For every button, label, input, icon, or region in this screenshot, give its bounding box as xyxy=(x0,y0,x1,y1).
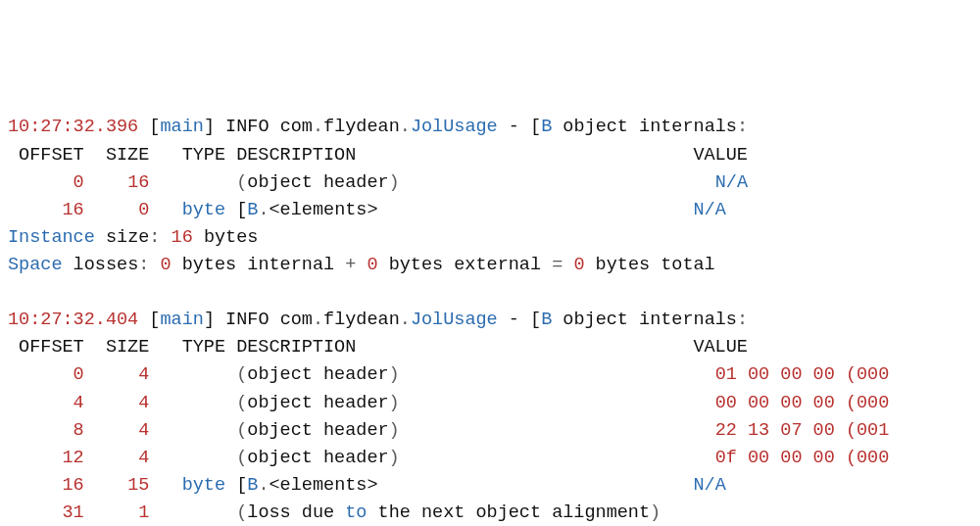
dot: . xyxy=(400,310,411,330)
offset: 16 xyxy=(8,475,84,496)
size: 16 xyxy=(84,172,150,193)
sp xyxy=(563,255,573,275)
paren: ( xyxy=(236,502,247,523)
logger-pkg: flydean xyxy=(323,310,400,330)
elem: <elements> xyxy=(270,200,378,220)
table-row: 31 1 (loss due to the next object alignm… xyxy=(8,502,661,523)
value: N/A xyxy=(694,200,726,220)
lbl: Instance xyxy=(8,227,95,248)
dot: . xyxy=(313,310,323,330)
desc: object header xyxy=(247,393,388,413)
lbl: Space xyxy=(8,255,63,275)
size: 4 xyxy=(84,364,150,385)
bracket: ] xyxy=(204,310,215,330)
table-row: 0 16 (object header) N/A xyxy=(8,172,748,193)
log-line: 10:27:32.404 [main] INFO com.flydean.Jol… xyxy=(8,310,748,330)
b: B xyxy=(247,475,258,496)
pad xyxy=(149,200,181,220)
size: 4 xyxy=(84,420,150,441)
table-row: 16 0 byte [B.<elements> N/A xyxy=(8,200,726,220)
log-output: 10:27:32.396 [main] INFO com.flydean.Jol… xyxy=(8,114,972,526)
size: 4 xyxy=(84,393,150,413)
paren: ) xyxy=(389,448,400,468)
num: 0 xyxy=(367,255,377,275)
pad xyxy=(378,200,694,220)
table-header: OFFSET SIZE TYPE DESCRIPTION VALUE xyxy=(8,145,748,166)
offset: 16 xyxy=(8,200,84,220)
dash: - [ xyxy=(498,117,541,137)
value: N/A xyxy=(694,475,726,496)
logger-pkg: com xyxy=(280,117,313,137)
paren: ) xyxy=(389,393,400,413)
table-row: 0 4 (object header) 01 00 00 00 (000 xyxy=(8,364,889,385)
table-row: 16 15 byte [B.<elements> N/A xyxy=(8,475,726,496)
pad xyxy=(400,172,715,193)
level: INFO xyxy=(225,310,269,330)
value: 0f 00 00 00 (000 xyxy=(715,448,890,468)
b: B xyxy=(541,310,552,330)
msg: object internals xyxy=(552,310,737,330)
bracket: [ xyxy=(149,310,160,330)
b: B xyxy=(541,117,552,137)
log-line: 10:27:32.396 [main] INFO com.flydean.Jol… xyxy=(8,117,748,137)
thread: main xyxy=(160,310,203,330)
size: 1 xyxy=(84,502,150,523)
pad xyxy=(400,393,715,413)
dash: - [ xyxy=(498,310,541,330)
size: 0 xyxy=(84,200,150,220)
paren: ( xyxy=(236,448,247,468)
type: byte xyxy=(182,200,225,220)
paren: ( xyxy=(236,364,247,385)
op: = xyxy=(552,255,563,275)
timestamp: 10:27:32.396 xyxy=(8,117,138,137)
num: 16 xyxy=(172,227,193,248)
gap xyxy=(149,393,236,413)
desc: the next object alignment xyxy=(367,502,650,523)
lbl: size xyxy=(95,227,150,248)
type: byte xyxy=(182,475,225,496)
colon: : xyxy=(737,117,748,137)
dot: . xyxy=(400,117,411,137)
paren: ( xyxy=(236,420,247,441)
colon: : xyxy=(138,255,160,275)
table-header: OFFSET SIZE TYPE DESCRIPTION VALUE xyxy=(8,337,748,358)
unit: bytes xyxy=(193,227,259,248)
desc: object header xyxy=(247,364,388,385)
msg: object internals xyxy=(552,117,737,137)
txt: bytes total xyxy=(585,255,715,275)
paren: ( xyxy=(236,393,247,413)
desc-bracket: [ xyxy=(225,200,247,220)
size: 4 xyxy=(84,448,150,468)
paren: ( xyxy=(236,172,247,193)
txt: bytes external xyxy=(378,255,553,275)
table-row: 12 4 (object header) 0f 00 00 00 (000 xyxy=(8,448,889,468)
offset: 0 xyxy=(8,172,84,193)
dot: . xyxy=(313,117,323,137)
desc-bracket: [ xyxy=(225,475,247,496)
colon: : xyxy=(737,310,748,330)
desc: object header xyxy=(247,448,388,468)
lbl: losses xyxy=(63,255,139,275)
paren: ) xyxy=(389,172,400,193)
gap xyxy=(149,502,236,523)
gap xyxy=(149,364,236,385)
sp xyxy=(356,255,367,275)
dot: . xyxy=(258,475,269,496)
bracket: [ xyxy=(149,117,160,137)
logger-pkg: flydean xyxy=(323,117,400,137)
offset: 0 xyxy=(8,364,84,385)
num: 0 xyxy=(573,255,584,275)
size: 15 xyxy=(84,475,150,496)
pad xyxy=(400,448,715,468)
value: N/A xyxy=(715,172,748,193)
table-row: 4 4 (object header) 00 00 00 00 (000 xyxy=(8,393,889,413)
level: INFO xyxy=(225,117,269,137)
kw: to xyxy=(345,502,367,523)
pad xyxy=(400,364,715,385)
paren: ) xyxy=(650,502,661,523)
offset: 31 xyxy=(8,502,84,523)
offset: 4 xyxy=(8,393,84,413)
colon: : xyxy=(149,227,171,248)
value: 01 00 00 00 (000 xyxy=(715,364,890,385)
offset: 12 xyxy=(8,448,84,468)
